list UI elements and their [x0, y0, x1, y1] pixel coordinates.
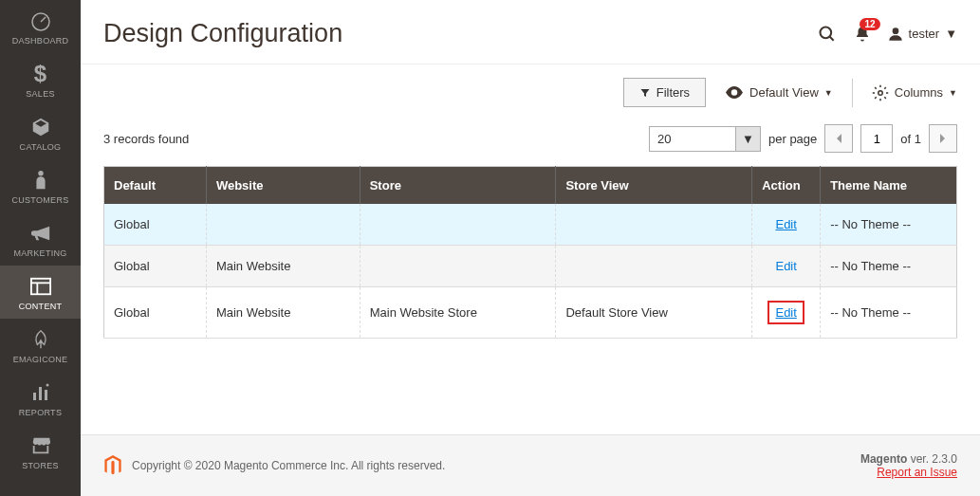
pagination: 20 ▼ per page of 1 [649, 124, 957, 153]
page-size-select[interactable]: 20 ▼ [649, 126, 761, 152]
svg-rect-6 [39, 387, 42, 400]
next-page-button[interactable] [929, 124, 957, 153]
page-size: 20 ▼ per page [649, 126, 817, 152]
main: Design Configuration 12 tester ▼ Filters… [81, 0, 980, 496]
col-header[interactable]: Store [360, 167, 556, 205]
cell [556, 246, 752, 287]
gear-icon [872, 84, 889, 101]
sidebar-item-label: CATALOG [20, 142, 62, 152]
default-view-button[interactable]: Default View ▼ [725, 85, 833, 100]
caret-down-icon: ▼ [949, 88, 957, 98]
notification-badge: 12 [860, 18, 879, 30]
box-icon [30, 116, 51, 138]
sidebar-item-customers[interactable]: CUSTOMERS [0, 159, 81, 212]
table-body: GlobalEdit-- No Theme --GlobalMain Websi… [104, 204, 957, 339]
footer-left: Copyright © 2020 Magento Commerce Inc. A… [103, 455, 445, 476]
bars-icon [31, 381, 50, 404]
cell-theme: -- No Theme -- [821, 287, 957, 339]
sidebar-item-emagicone[interactable]: EMAGICONE [0, 319, 81, 372]
col-header[interactable]: Theme Name [821, 167, 957, 205]
store-icon [30, 434, 51, 457]
table-row: GlobalMain WebsiteMain Website StoreDefa… [104, 287, 957, 339]
sidebar-item-stores[interactable]: STORES [0, 425, 81, 478]
svg-rect-5 [33, 393, 36, 400]
sidebar-item-dashboard[interactable]: DASHBOARD [0, 0, 81, 53]
svg-line-10 [829, 36, 833, 40]
sidebar-item-label: CONTENT [19, 302, 63, 311]
cell: Global [104, 246, 207, 287]
col-header[interactable]: Website [206, 167, 360, 205]
cell: Main Website Store [360, 287, 556, 339]
cell: Main Website [206, 287, 360, 339]
cell-theme: -- No Theme -- [821, 246, 957, 287]
megaphone-icon [30, 222, 51, 245]
cell-action: Edit [752, 204, 821, 246]
cell [556, 204, 752, 246]
person-icon [33, 169, 48, 192]
footer: Copyright © 2020 Magento Commerce Inc. A… [81, 434, 980, 496]
cell: Global [104, 204, 207, 246]
table-header-row: DefaultWebsiteStoreStore ViewActionTheme… [104, 167, 957, 205]
prev-page-button[interactable] [824, 124, 853, 153]
svg-rect-2 [30, 279, 49, 295]
copyright-text: Copyright © 2020 Magento Commerce Inc. A… [132, 459, 445, 472]
header-actions: 12 tester ▼ [818, 25, 957, 44]
svg-point-11 [892, 28, 898, 34]
toolbar: Filters Default View ▼ Columns ▼ [81, 64, 980, 115]
header: Design Configuration 12 tester ▼ [81, 0, 980, 64]
cell-action: Edit [752, 287, 821, 339]
svg-rect-7 [45, 390, 47, 400]
columns-button[interactable]: Columns ▼ [872, 84, 957, 101]
caret-down-icon: ▼ [945, 27, 957, 41]
sidebar-item-content[interactable]: CONTENT [0, 266, 81, 319]
col-header[interactable]: Default [104, 167, 207, 205]
edit-link[interactable]: Edit [775, 217, 796, 231]
edit-link[interactable]: Edit [775, 259, 796, 273]
table-row: GlobalEdit-- No Theme -- [104, 204, 957, 246]
sidebar-item-sales[interactable]: $SALES [0, 53, 81, 106]
cell [360, 246, 556, 287]
leaf-icon [31, 328, 50, 351]
svg-point-9 [820, 27, 831, 38]
edit-link[interactable]: Edit [775, 305, 796, 320]
svg-point-1 [38, 171, 44, 176]
sidebar-item-label: REPORTS [19, 408, 62, 417]
user-icon [888, 27, 903, 42]
page-input[interactable] [860, 124, 893, 153]
sidebar-item-label: CUSTOMERS [11, 195, 68, 205]
eye-icon [725, 86, 744, 99]
col-header[interactable]: Action [752, 167, 821, 205]
sidebar-item-label: MARKETING [13, 248, 66, 258]
of-text: of 1 [900, 132, 921, 146]
cell: Global [104, 287, 207, 339]
cell-theme: -- No Theme -- [821, 204, 957, 246]
report-issue-link[interactable]: Report an Issue [877, 466, 957, 479]
username: tester [909, 27, 940, 41]
filters-label: Filters [656, 85, 690, 100]
sidebar-item-reports[interactable]: REPORTS [0, 372, 81, 425]
caret-down-icon: ▼ [735, 127, 760, 151]
filters-button[interactable]: Filters [623, 78, 706, 107]
col-header[interactable]: Store View [556, 167, 752, 205]
magento-logo-icon [103, 455, 122, 476]
search-icon[interactable] [818, 25, 837, 44]
dollar-icon: $ [34, 63, 47, 85]
cell: Main Website [206, 246, 360, 287]
sidebar-item-label: STORES [22, 461, 59, 470]
design-config-table: DefaultWebsiteStoreStore ViewActionTheme… [103, 166, 957, 339]
sidebar-item-marketing[interactable]: MARKETING [0, 212, 81, 266]
controls-row: 3 records found 20 ▼ per page of 1 [81, 115, 980, 166]
sidebar-item-catalog[interactable]: CATALOG [0, 106, 81, 159]
sidebar-item-label: EMAGICONE [13, 355, 68, 364]
records-found: 3 records found [103, 132, 189, 146]
bell-icon[interactable]: 12 [854, 26, 871, 43]
footer-right: Magento ver. 2.3.0 Report an Issue [860, 452, 957, 479]
user-menu[interactable]: tester ▼ [888, 27, 957, 42]
sidebar-item-label: SALES [26, 89, 55, 99]
cell: Default Store View [556, 287, 752, 339]
svg-point-12 [878, 90, 883, 95]
dashboard-icon [29, 9, 52, 32]
chevron-left-icon [835, 133, 842, 144]
cell [206, 204, 360, 246]
sidebar-item-label: DASHBOARD [12, 36, 69, 46]
